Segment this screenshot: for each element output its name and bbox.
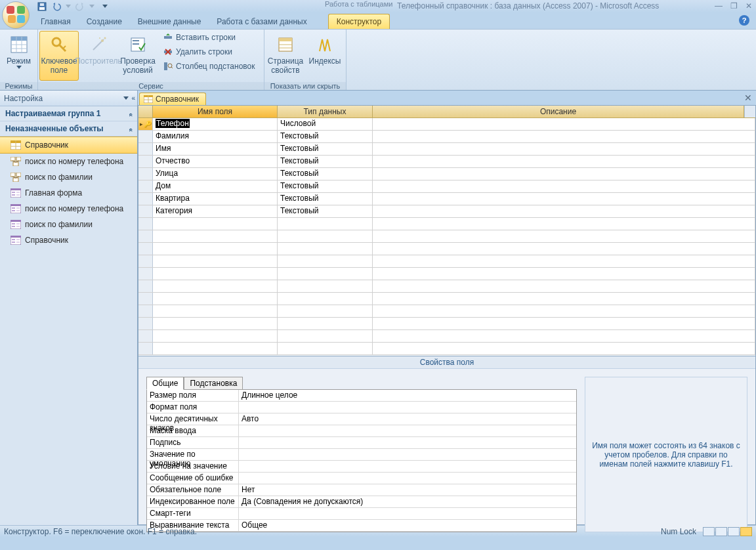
tab-lookup[interactable]: Подстановка [184,377,243,390]
field-row[interactable]: ИмяТекстовый [138,143,755,156]
field-name-cell[interactable]: Фамилия [153,131,278,142]
scroll-up-icon[interactable] [744,106,755,117]
property-row[interactable]: Условие на значение [147,461,576,473]
pivot-chart-view-icon[interactable] [728,527,740,536]
row-selector[interactable] [138,305,153,317]
row-selector[interactable] [138,143,153,155]
tab-home[interactable]: Главная [33,14,79,29]
row-selector[interactable] [138,343,153,354]
view-button[interactable]: Режим [1,31,36,81]
tab-general[interactable]: Общие [146,377,184,390]
property-row[interactable]: Смарт-теги [147,508,576,520]
qat-customize-icon[interactable] [102,5,108,8]
row-selector[interactable] [138,280,153,292]
property-row[interactable]: Число десятичных знаковАвто [147,413,576,425]
redo-icon[interactable] [75,1,85,12]
close-icon[interactable]: ✕ [746,1,752,11]
field-row-empty[interactable] [138,293,755,305]
field-desc-cell[interactable] [373,168,755,180]
field-row-empty[interactable] [138,343,755,355]
row-selector[interactable] [138,330,153,342]
nav-group-unassigned[interactable]: Неназначенные объекты « [0,121,137,137]
field-row[interactable]: ДомТекстовый [138,180,755,193]
row-selector[interactable] [138,230,153,242]
field-row[interactable]: КвартираТекстовый [138,193,755,205]
help-icon[interactable]: ? [739,15,749,26]
design-view-icon[interactable] [740,527,752,536]
row-selector[interactable] [138,243,153,255]
row-selector[interactable] [138,156,153,167]
row-selector[interactable] [138,268,153,280]
office-button[interactable] [2,1,30,29]
minimize-icon[interactable]: — [715,1,723,11]
field-type-cell[interactable]: Текстовый [278,156,373,167]
field-row[interactable]: КатегорияТекстовый [138,205,755,218]
lookup-column-button[interactable]: Столбец подстановок [160,60,257,73]
property-value[interactable] [239,437,576,448]
tab-database-tools[interactable]: Работа с базами данных [209,14,314,29]
field-desc-cell[interactable] [373,156,755,167]
field-type-cell[interactable]: Числовой [278,118,373,130]
field-name-cell[interactable]: Телефон [153,118,278,130]
row-selector[interactable] [138,131,153,142]
field-row-empty[interactable] [138,330,755,343]
undo-dropdown-icon[interactable] [66,5,71,8]
row-selector[interactable] [138,205,153,217]
pivot-table-view-icon[interactable] [715,527,727,536]
field-desc-cell[interactable] [373,143,755,155]
row-selector[interactable] [138,318,153,329]
indexes-button[interactable]: Индексы [305,31,345,81]
column-header-desc[interactable]: Описание [373,106,744,117]
property-grid[interactable]: Размер поляДлинное целоеФормат поляЧисло… [146,389,577,532]
field-row-empty[interactable] [138,305,755,318]
undo-icon[interactable] [51,1,62,12]
restore-icon[interactable]: ❐ [730,1,738,11]
property-row[interactable]: Значение по умолчанию [147,449,576,461]
field-name-cell[interactable]: Улица [153,168,278,180]
tab-external-data[interactable]: Внешние данные [130,14,209,29]
field-row[interactable]: ОтчествоТекстовый [138,156,755,168]
property-row[interactable]: Формат поля [147,402,576,413]
property-row[interactable]: Размер поляДлинное целое [147,390,576,402]
field-row-empty[interactable] [138,218,755,230]
property-sheet-button[interactable]: Страница свойств [266,31,305,81]
document-tab[interactable]: Справочник [139,93,206,105]
property-row[interactable]: Обязательное полеНет [147,484,576,496]
nav-group-custom[interactable]: Настраиваемая группа 1 « [0,106,137,121]
field-row-empty[interactable] [138,230,755,243]
property-value[interactable] [239,473,576,484]
datasheet-view-icon[interactable] [703,527,715,536]
nav-dropdown-icon[interactable] [123,96,129,100]
field-row[interactable]: УлицаТекстовый [138,168,755,180]
field-type-cell[interactable]: Текстовый [278,131,373,142]
field-type-cell[interactable]: Текстовый [278,180,373,192]
nav-item[interactable]: поиск по номеру телефона [0,154,137,169]
nav-item[interactable]: поиск по фамилии [0,217,137,232]
primary-key-button[interactable]: Ключевое поле [39,31,79,81]
row-selector[interactable]: 🔑 [138,118,153,130]
property-value[interactable]: Авто [239,413,576,425]
field-desc-cell[interactable] [373,193,755,205]
column-header-name[interactable]: Имя поля [153,106,278,117]
field-type-cell[interactable]: Текстовый [278,143,373,155]
field-desc-cell[interactable] [373,180,755,192]
property-value[interactable] [239,508,576,519]
property-value[interactable]: Общее [239,520,576,531]
field-row[interactable]: ФамилияТекстовый [138,131,755,143]
property-value[interactable] [239,449,576,460]
insert-rows-button[interactable]: Вставить строки [160,31,257,44]
property-value[interactable]: Длинное целое [239,390,576,401]
test-rules-button[interactable]: Проверка условий [118,31,158,81]
property-row[interactable]: Подпись [147,437,576,449]
row-selector-header[interactable] [138,106,153,117]
document-close-icon[interactable]: ✕ [744,93,752,103]
property-value[interactable]: Да (Совпадения не допускаются) [239,496,576,507]
row-selector[interactable] [138,193,153,205]
field-row-empty[interactable] [138,268,755,280]
property-row[interactable]: Сообщение об ошибке [147,473,576,484]
nav-item[interactable]: поиск по фамилии [0,169,137,185]
row-selector[interactable] [138,168,153,180]
nav-item[interactable]: Главная форма [0,185,137,201]
field-name-cell[interactable]: Категория [153,205,278,217]
field-row[interactable]: 🔑ТелефонЧисловой [138,118,755,131]
